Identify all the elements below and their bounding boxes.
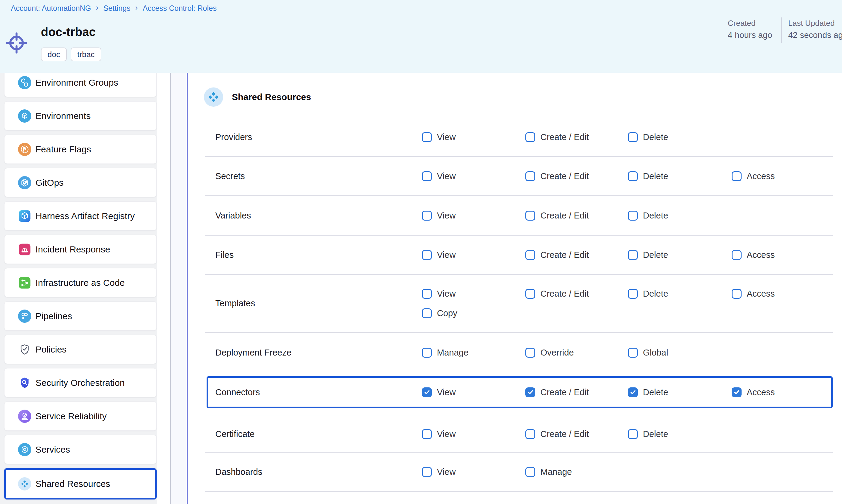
checkbox-create-edit[interactable]	[525, 388, 535, 397]
permission-access[interactable]: Access	[732, 388, 831, 397]
permission-delete[interactable]: Delete	[628, 429, 732, 439]
permission-label: View	[437, 211, 456, 221]
checkbox-view[interactable]	[422, 388, 432, 397]
checkbox-create-edit[interactable]	[525, 289, 535, 299]
checkbox-delete[interactable]	[628, 429, 638, 439]
breadcrumb-link-access-control-roles[interactable]: Access Control: Roles	[143, 4, 217, 13]
permission-delete[interactable]: Delete	[628, 132, 732, 142]
permission-view[interactable]: View	[422, 388, 525, 397]
permission-delete[interactable]: Delete	[628, 388, 732, 397]
permission-label: View	[437, 132, 456, 142]
checkbox-access[interactable]	[732, 250, 741, 260]
checkbox-access[interactable]	[732, 289, 741, 299]
permission-view[interactable]: View	[422, 211, 525, 221]
sidebar-item-harness-artifact-registry[interactable]: Harness Artifact Registry	[4, 201, 157, 231]
permission-view[interactable]: View	[422, 467, 525, 477]
checkbox-copy[interactable]	[422, 308, 432, 318]
permission-row-templates: TemplatesViewCreate / EditDeleteAccessCo…	[205, 275, 833, 333]
permission-create-edit[interactable]: Create / Edit	[525, 289, 628, 299]
created-value: 4 hours ago	[728, 30, 772, 40]
checkbox-override[interactable]	[525, 348, 535, 358]
sidebar-item-service-reliability[interactable]: Service Reliability	[4, 401, 157, 431]
sidebar-item-label: Incident Response	[35, 244, 110, 255]
infrastructure-as-code-icon	[18, 276, 31, 289]
checkbox-view[interactable]	[422, 211, 432, 221]
sidebar-item-shared-resources[interactable]: Shared Resources	[4, 468, 157, 500]
checkbox-create-edit[interactable]	[525, 171, 535, 181]
checkbox-delete[interactable]	[628, 289, 638, 299]
checkbox-manage[interactable]	[422, 348, 432, 358]
breadcrumb-link-settings[interactable]: Settings	[103, 4, 130, 13]
permission-create-edit[interactable]: Create / Edit	[525, 171, 628, 181]
sidebar-item-gitops[interactable]: GitOps	[4, 168, 157, 197]
permissions-panel: Shared Resources ProvidersViewCreate / E…	[189, 73, 842, 504]
checkbox-create-edit[interactable]	[525, 211, 535, 221]
permission-override[interactable]: Override	[525, 348, 628, 358]
permission-create-edit[interactable]: Create / Edit	[525, 250, 628, 260]
resource-sidebar: Environment Groups Environments Feature …	[0, 73, 157, 504]
sidebar-item-environments[interactable]: Environments	[4, 101, 157, 130]
checkbox-view[interactable]	[422, 289, 432, 299]
permission-access[interactable]: Access	[732, 289, 833, 299]
permission-view[interactable]: View	[422, 429, 525, 439]
checkbox-view[interactable]	[422, 429, 432, 439]
sidebar-item-feature-flags[interactable]: Feature Flags	[4, 134, 157, 164]
permission-manage[interactable]: Manage	[422, 348, 525, 358]
permission-copy[interactable]: Copy	[422, 308, 525, 318]
checkbox-create-edit[interactable]	[525, 429, 535, 439]
sidebar-item-incident-response[interactable]: Incident Response	[4, 235, 157, 264]
permission-view[interactable]: View	[422, 289, 525, 299]
permission-label: Delete	[643, 171, 668, 181]
permission-delete[interactable]: Delete	[628, 171, 732, 181]
sidebar-item-environment-groups[interactable]: Environment Groups	[4, 73, 157, 97]
permission-access[interactable]: Access	[732, 171, 833, 181]
permission-delete[interactable]: Delete	[628, 250, 732, 260]
permission-view[interactable]: View	[422, 171, 525, 181]
checkbox-delete[interactable]	[628, 171, 638, 181]
permission-create-edit[interactable]: Create / Edit	[525, 388, 628, 397]
sidebar-item-security-orchestration[interactable]: Security Orchestration	[4, 368, 157, 397]
permission-global[interactable]: Global	[628, 348, 732, 358]
permission-manage[interactable]: Manage	[525, 467, 628, 477]
permission-row-certificate: CertificateViewCreate / EditDelete	[205, 416, 833, 453]
pipelines-icon	[18, 309, 31, 323]
checkbox-create-edit[interactable]	[525, 250, 535, 260]
permission-label: View	[437, 171, 456, 181]
sidebar-item-label: Harness Artifact Registry	[35, 211, 135, 221]
sidebar-item-services[interactable]: Services	[4, 435, 157, 464]
permission-create-edit[interactable]: Create / Edit	[525, 429, 628, 439]
permission-label: Create / Edit	[540, 289, 589, 299]
permission-lines: ViewCreate / EditDeleteAccess	[422, 236, 833, 274]
sidebar-item-pipelines[interactable]: Pipelines	[4, 302, 157, 330]
checkbox-global[interactable]	[628, 348, 638, 358]
panel-splitter[interactable]	[170, 73, 188, 504]
checkbox-manage[interactable]	[525, 467, 535, 477]
breadcrumb-link-account-automationng[interactable]: Account: AutomationNG	[11, 4, 91, 13]
checkbox-access[interactable]	[732, 388, 741, 397]
checkbox-create-edit[interactable]	[525, 132, 535, 142]
checkbox-view[interactable]	[422, 467, 432, 477]
services-icon	[18, 443, 31, 456]
permission-access[interactable]: Access	[732, 250, 833, 260]
permission-delete[interactable]: Delete	[628, 289, 732, 299]
checkbox-view[interactable]	[422, 132, 432, 142]
permission-view[interactable]: View	[422, 250, 525, 260]
checkbox-access[interactable]	[732, 171, 741, 181]
checkbox-delete[interactable]	[628, 211, 638, 221]
sidebar-item-infrastructure-as-code[interactable]: Infrastructure as Code	[4, 268, 157, 297]
permission-line: ViewCreate / EditDelete	[422, 127, 833, 147]
permission-line: ViewCreate / EditDeleteAccess	[422, 284, 833, 304]
sidebar-item-label: Environment Groups	[35, 77, 118, 88]
permission-create-edit[interactable]: Create / Edit	[525, 132, 628, 142]
checkbox-delete[interactable]	[628, 250, 638, 260]
permission-delete[interactable]: Delete	[628, 211, 732, 221]
checkbox-view[interactable]	[422, 171, 432, 181]
checkbox-view[interactable]	[422, 250, 432, 260]
checkbox-delete[interactable]	[628, 132, 638, 142]
permission-view[interactable]: View	[422, 132, 525, 142]
checkbox-delete[interactable]	[628, 388, 638, 397]
permission-row-variables: VariablesViewCreate / EditDelete	[205, 196, 833, 236]
permission-create-edit[interactable]: Create / Edit	[525, 211, 628, 221]
permission-lines: ViewCreate / EditDeleteAccess	[422, 157, 833, 195]
sidebar-item-policies[interactable]: Policies	[4, 335, 157, 364]
